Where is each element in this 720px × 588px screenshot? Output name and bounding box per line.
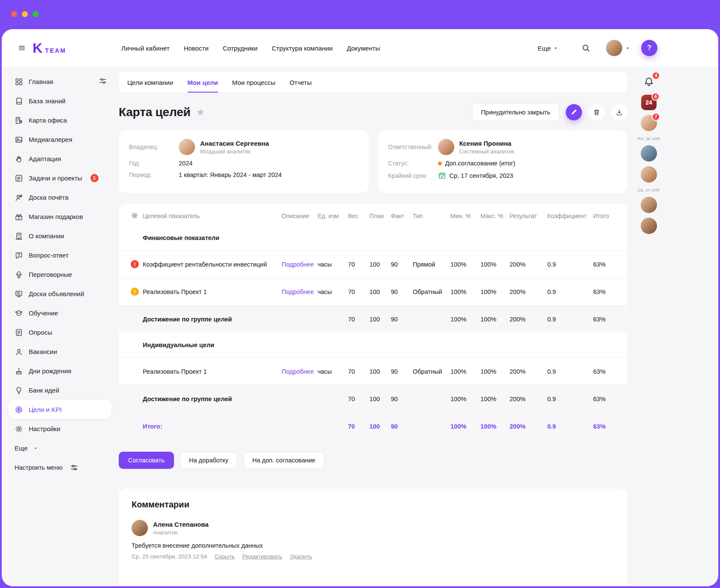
top-navigation: K TEAM Личный кабинетНовостиСотрудникиСт… — [2, 29, 718, 67]
details-link[interactable]: Подробнее — [282, 261, 314, 268]
table-cell: часы — [318, 368, 348, 375]
image-icon — [15, 135, 23, 144]
sidebar-item-about-company[interactable]: О компании — [9, 226, 111, 246]
comment-timestamp: Ср, 25 сентября, 2023 12:54 — [132, 553, 207, 560]
comment-edit-link[interactable]: Редактировать — [242, 553, 282, 560]
sidebar-item-qa[interactable]: Вопрос-ответ — [9, 246, 111, 265]
user-avatar — [606, 40, 622, 56]
sidebar-badge: 1 — [90, 174, 99, 182]
sidebar-customize-menu[interactable]: Настроить меню — [9, 458, 111, 477]
sidebar-item-meeting-rooms[interactable]: Переговорные — [9, 265, 111, 284]
main-content: Цели компанииМои целиМои процессыОтчеты … — [119, 67, 627, 586]
notifications-rail: 42447ПН, 26 АПРСБ, 17 АПР — [637, 74, 661, 239]
details-link[interactable]: Подробнее — [282, 368, 314, 375]
sidebar-item-label: Переговорные — [29, 271, 72, 278]
sidebar-item-birthdays[interactable]: Дни рождения — [9, 361, 111, 381]
period-value: 1 квартал: Январь 2024 - март 2024 — [179, 171, 282, 178]
cake-icon — [15, 367, 23, 375]
menu-icon[interactable] — [18, 44, 26, 52]
sidebar-item-adaptation[interactable]: Адаптация — [9, 149, 111, 168]
sidebar: Главная База знаний Карта офиса Медиагал… — [2, 67, 119, 586]
target-icon — [15, 405, 23, 414]
sidebar-item-vacancies[interactable]: Вакансии — [9, 342, 111, 361]
sidebar-more[interactable]: Еще — [9, 438, 111, 458]
tab-my-goals[interactable]: Мои цели — [187, 72, 218, 93]
close-window-button[interactable] — [11, 11, 17, 17]
rail-avatar[interactable] — [641, 145, 657, 162]
deadline-value: Ср, 17 сентября, 2023 — [450, 172, 513, 179]
tab-reports[interactable]: Отчеты — [289, 72, 312, 93]
sidebar-item-label: Вопрос-ответ — [29, 252, 69, 259]
user-menu[interactable] — [606, 40, 630, 56]
topnav-more[interactable]: Еще — [537, 45, 558, 52]
force-close-button[interactable]: Принудительно закрыть — [472, 103, 559, 121]
favorite-star-icon[interactable] — [196, 108, 205, 117]
details-link[interactable]: Подробнее — [282, 288, 314, 295]
building-icon — [15, 232, 23, 240]
section-name: Финансовые показатели — [143, 234, 627, 241]
sidebar-item-announcements[interactable]: Доска объявлений — [9, 284, 111, 303]
sidebar-item-settings[interactable]: Настройки — [9, 419, 111, 438]
owner-label: Владелец: — [129, 144, 179, 150]
table-cell: 70 — [348, 288, 369, 295]
goals-table: Целевой показательОписаниеЕд. измВесПлан… — [119, 204, 627, 440]
sidebar-item-tasks-projects[interactable]: Задачи и проекты 1 — [9, 168, 111, 188]
sidebar-item-label: Магазин подарков — [29, 213, 83, 220]
nav-item-structure[interactable]: Структура компании — [272, 45, 333, 52]
comment-author: Алена Степанова — [153, 521, 209, 528]
table-cell: 0.9 — [547, 396, 593, 402]
sidebar-item-idea-bank[interactable]: Банк идей — [9, 381, 111, 400]
comment-hide-link[interactable]: Скрыть — [215, 553, 234, 560]
approval-actions: Согласовать На доработку На доп. согласо… — [119, 452, 627, 469]
sidebar-item-gift-shop[interactable]: Магазин подарков — [9, 207, 111, 226]
notifications-bell[interactable]: 4 — [641, 74, 657, 90]
zoom-window-button[interactable] — [33, 11, 39, 17]
table-settings-icon[interactable] — [131, 212, 138, 219]
help-button[interactable]: ? — [641, 40, 657, 56]
search-icon[interactable] — [581, 43, 591, 53]
owner-card: Владелец: Анастасия Сергеевна Младший ан… — [119, 130, 369, 193]
delete-button[interactable] — [588, 104, 605, 120]
sidebar-item-surveys[interactable]: Опросы — [9, 323, 111, 342]
download-button[interactable] — [611, 104, 627, 120]
table-cell: Обратный — [413, 368, 450, 375]
sidebar-item-goals-kpi[interactable]: Цели и KPI — [9, 400, 111, 419]
download-icon — [615, 108, 623, 116]
tab-company-goals[interactable]: Цели компании — [127, 72, 173, 93]
avatar — [641, 197, 657, 213]
sidebar-item-label: Опросы — [29, 329, 52, 336]
approve-button[interactable]: Согласовать — [119, 452, 174, 469]
nav-item-personal[interactable]: Личный кабинет — [121, 45, 170, 52]
comment-delete-link[interactable]: Удалить — [290, 553, 312, 560]
sidebar-item-home[interactable]: Главная — [9, 72, 111, 91]
sidebar-item-honor-board[interactable]: Доска почёта — [9, 188, 111, 207]
brand-logo[interactable]: K TEAM — [33, 41, 66, 55]
table-cell: 63% — [593, 423, 627, 430]
owner-name: Анастасия Сергеевна — [200, 140, 269, 147]
table-cell: 200% — [510, 316, 547, 323]
survey-icon — [15, 328, 23, 337]
sidebar-item-office-map[interactable]: Карта офиса — [9, 111, 111, 130]
sidebar-item-media-gallery[interactable]: Медиагалерея — [9, 130, 111, 149]
calendar-widget[interactable]: 244 — [641, 95, 657, 110]
sidebar-item-knowledge-base[interactable]: База знаний — [9, 91, 111, 111]
edit-button[interactable] — [566, 104, 582, 120]
tab-my-processes[interactable]: Мои процессы — [232, 72, 276, 93]
extra-approval-button[interactable]: На доп. согласование — [243, 452, 324, 469]
sidebar-item-learning[interactable]: Обучение — [9, 303, 111, 323]
table-cell: 70 — [348, 316, 369, 323]
table-cell: Подробнее — [282, 368, 318, 375]
table-cell: 100 — [369, 288, 391, 295]
rework-button[interactable]: На доработку — [180, 452, 237, 469]
rail-avatar[interactable] — [641, 197, 657, 213]
nav-item-documents[interactable]: Документы — [347, 45, 380, 52]
nav-item-news[interactable]: Новости — [184, 45, 209, 52]
rail-avatar[interactable] — [641, 218, 657, 234]
nav-item-employees[interactable]: Сотрудники — [223, 45, 258, 52]
table-section-row: Финансовые показатели — [119, 225, 627, 250]
rail-avatar[interactable]: 7 — [641, 115, 657, 131]
table-cell: часы — [318, 261, 348, 268]
rail-avatar[interactable] — [641, 166, 657, 183]
sidebar-item-label: Вакансии — [29, 348, 57, 355]
minimize-window-button[interactable] — [22, 11, 28, 17]
